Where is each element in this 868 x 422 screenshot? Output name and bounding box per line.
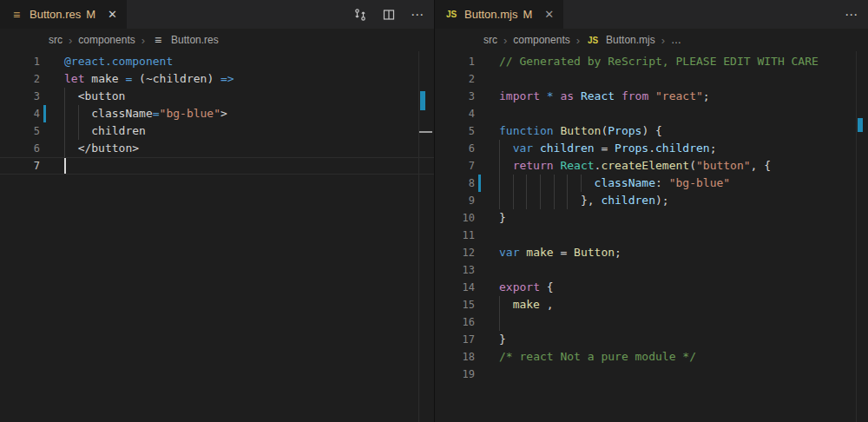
code-line[interactable]: 3<button bbox=[0, 88, 434, 105]
close-icon[interactable]: ✕ bbox=[108, 9, 117, 20]
code-token: React bbox=[581, 89, 621, 102]
overview-cursor-marker bbox=[419, 131, 432, 133]
code-token: ( bbox=[689, 159, 696, 172]
code-token: ; bbox=[710, 142, 717, 155]
chevron-right-icon: › bbox=[661, 34, 665, 47]
code-editor-res[interactable]: 1@react.component2let make = (~children)… bbox=[0, 51, 434, 422]
code-line[interactable]: 2 bbox=[435, 70, 868, 88]
code-line[interactable]: 4className="bg-blue"> bbox=[0, 105, 434, 122]
text-cursor bbox=[64, 158, 66, 174]
line-content: function Button(Props) { bbox=[499, 122, 852, 140]
code-line[interactable]: 2let make = (~children) => bbox=[0, 70, 434, 88]
indent-guide bbox=[567, 192, 568, 209]
code-line[interactable]: 13 bbox=[435, 261, 868, 279]
indent-guide bbox=[499, 313, 500, 331]
indent-guide bbox=[581, 175, 582, 192]
res-file-icon: ≡ bbox=[151, 34, 165, 46]
indent-guide bbox=[64, 105, 65, 122]
code-token: = bbox=[601, 142, 615, 155]
line-number: 4 bbox=[0, 105, 40, 122]
code-token: ; bbox=[703, 89, 710, 102]
breadcrumb-item-src[interactable]: src bbox=[483, 34, 497, 46]
split-editor-icon[interactable] bbox=[381, 7, 397, 23]
code-text: export { bbox=[499, 279, 554, 296]
code-token: } bbox=[499, 211, 506, 224]
code-token: > bbox=[220, 107, 227, 120]
code-line[interactable]: 4 bbox=[435, 105, 868, 122]
line-number: 18 bbox=[435, 348, 475, 366]
line-content: make , bbox=[499, 296, 852, 313]
code-line[interactable]: 12var make = Button; bbox=[435, 244, 868, 261]
indent-guide bbox=[567, 175, 568, 192]
more-actions-icon[interactable]: ⋯ bbox=[844, 7, 859, 23]
line-content: /* react Not a pure module */ bbox=[499, 348, 852, 366]
code-editor-mjs[interactable]: 1// Generated by ReScript, PLEASE EDIT W… bbox=[435, 51, 868, 422]
close-icon[interactable]: ✕ bbox=[544, 9, 554, 20]
code-line[interactable]: 8className: "bg-blue" bbox=[435, 175, 868, 192]
breadcrumb-item-file[interactable]: Button.res bbox=[171, 34, 219, 46]
line-number: 2 bbox=[0, 70, 40, 88]
breadcrumb-item-components[interactable]: components bbox=[78, 34, 135, 46]
line-number: 13 bbox=[435, 261, 475, 279]
code-line[interactable]: 1@react.component bbox=[0, 53, 434, 70]
code-token: (~children) bbox=[139, 72, 220, 85]
tab-label: Button.res bbox=[30, 8, 81, 21]
line-content: var make = Button; bbox=[499, 244, 852, 261]
breadcrumb-item-src[interactable]: src bbox=[49, 34, 62, 46]
code-line[interactable]: 5children bbox=[0, 122, 434, 140]
code-line[interactable]: 10} bbox=[435, 209, 868, 227]
code-line[interactable]: 18/* react Not a pure module */ bbox=[435, 348, 868, 366]
line-number: 5 bbox=[435, 122, 475, 140]
tab-button-res[interactable]: ≡ Button.res M ✕ bbox=[0, 0, 127, 29]
breadcrumb-item-symbol[interactable]: … bbox=[671, 34, 681, 46]
indent-guide bbox=[499, 140, 500, 157]
code-line[interactable]: 6var children = Props.children; bbox=[435, 140, 868, 157]
code-text: className="bg-blue"> bbox=[91, 105, 227, 122]
code-token: React bbox=[560, 159, 594, 172]
line-content bbox=[499, 313, 852, 331]
code-line[interactable]: 14export { bbox=[435, 279, 868, 296]
code-text: @react.component bbox=[64, 53, 173, 70]
code-line[interactable]: 16 bbox=[435, 313, 868, 331]
indent-guide bbox=[513, 192, 514, 209]
code-line[interactable]: 5function Button(Props) { bbox=[435, 122, 868, 140]
code-line[interactable]: 9}, children); bbox=[435, 192, 868, 209]
code-text: } bbox=[499, 331, 506, 348]
code-line[interactable]: 15make , bbox=[435, 296, 868, 313]
tab-label: Button.mjs bbox=[464, 8, 517, 21]
open-changes-icon[interactable] bbox=[352, 7, 368, 23]
code-line[interactable]: 6</button> bbox=[0, 140, 434, 157]
code-line[interactable]: 1// Generated by ReScript, PLEASE EDIT W… bbox=[435, 53, 868, 70]
code-line[interactable]: 3import * as React from "react"; bbox=[435, 88, 868, 105]
modified-badge: M bbox=[86, 8, 95, 21]
tab-bar-left: ≡ Button.res M ✕ bbox=[0, 0, 434, 29]
line-number: 19 bbox=[435, 366, 475, 383]
code-token: ) { bbox=[641, 124, 661, 137]
editor-actions-right: ⋯ bbox=[844, 0, 859, 29]
code-token: make bbox=[91, 72, 125, 85]
line-number: 1 bbox=[435, 53, 475, 70]
line-content: }, children); bbox=[499, 192, 852, 209]
breadcrumb-item-file[interactable]: Button.mjs bbox=[606, 34, 655, 46]
code-token: Button bbox=[560, 124, 601, 137]
code-token: ); bbox=[655, 194, 669, 207]
js-file-icon: JS bbox=[444, 10, 458, 19]
more-actions-icon[interactable]: ⋯ bbox=[410, 7, 425, 23]
breadcrumb-item-components[interactable]: components bbox=[513, 34, 569, 46]
code-line[interactable]: 17} bbox=[435, 331, 868, 348]
code-text: }, children); bbox=[581, 192, 669, 209]
code-text: } bbox=[499, 209, 506, 227]
indent-guide bbox=[499, 175, 500, 192]
line-content: children bbox=[64, 122, 418, 140]
code-line[interactable]: 7 bbox=[0, 157, 434, 175]
tab-bar-right: JS Button.mjs M ✕ ⋯ bbox=[435, 0, 868, 29]
tab-button-mjs[interactable]: JS Button.mjs M ✕ bbox=[435, 0, 563, 29]
code-line[interactable]: 11 bbox=[435, 227, 868, 244]
indent-guide bbox=[513, 175, 514, 192]
code-line[interactable]: 19 bbox=[435, 366, 868, 383]
indent-guide bbox=[526, 192, 527, 209]
editor-pane-left: ≡ Button.res M ✕ bbox=[0, 0, 434, 422]
code-token: "react" bbox=[655, 89, 703, 102]
code-token: = bbox=[153, 107, 160, 120]
code-line[interactable]: 7return React.createElement("button", { bbox=[435, 157, 868, 175]
